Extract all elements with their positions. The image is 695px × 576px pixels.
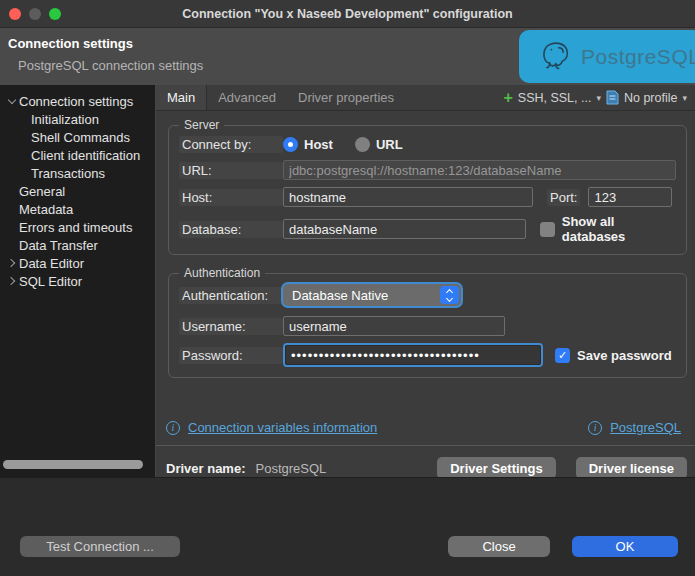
postgresql-elephant-icon [537,37,573,77]
authentication-selected-value: Database Native [292,288,388,303]
port-input[interactable] [588,187,672,207]
tab-bar: Main Advanced Driver properties + SSH, S… [156,85,695,111]
password-label: Password: [179,347,283,364]
driver-name-value: PostgreSQL [255,461,326,476]
page-subtitle: PostgreSQL connection settings [18,58,203,73]
sidebar-item-metadata[interactable]: Metadata [0,200,155,218]
password-focus-ring [283,343,543,367]
main-panel: Main Advanced Driver properties + SSH, S… [156,85,695,477]
select-stepper-icon [440,286,459,304]
sidebar-horizontal-scrollbar[interactable] [3,460,143,469]
chevron-right-icon[interactable] [5,260,19,266]
sidebar-item-data-editor[interactable]: Data Editor [0,254,155,272]
chevron-down-icon[interactable]: ▾ [596,93,601,103]
sidebar-item-client-identification[interactable]: Client identification [0,146,155,164]
close-button[interactable]: Close [448,536,550,557]
password-input[interactable] [285,345,541,365]
sidebar-item-shell-commands[interactable]: Shell Commands [0,128,155,146]
profile-document-icon[interactable] [606,90,619,105]
authentication-label: Authentication: [179,287,283,304]
driver-license-button[interactable]: Driver license [576,457,687,479]
dialog-footer: Test Connection ... Close OK [0,477,695,576]
sidebar-item-errors-and-timeouts[interactable]: Errors and timeouts [0,218,155,236]
sidebar-item-initialization[interactable]: Initialization [0,110,155,128]
sidebar-item-general[interactable]: General [0,182,155,200]
url-radio-label: URL [376,137,403,152]
close-window-button[interactable] [9,8,21,20]
info-icon: i [588,421,602,435]
connect-by-label: Connect by: [179,136,283,153]
test-connection-button[interactable]: Test Connection ... [20,536,180,557]
database-input[interactable] [283,219,526,239]
title-bar[interactable]: Connection "You x Naseeb Development" co… [0,0,695,28]
driver-settings-button[interactable]: Driver Settings [437,457,555,479]
host-input[interactable] [283,187,533,207]
postgresql-logo-text: PostgreSQL [581,45,695,69]
postgresql-driver-link[interactable]: PostgreSQL [610,420,681,435]
sidebar-item-connection-settings[interactable]: Connection settings [0,92,155,110]
driver-row: Driver name: PostgreSQL Driver Settings … [166,457,687,479]
dialog-header: Connection settings PostgreSQL connectio… [0,28,695,85]
url-label: URL: [179,162,283,179]
host-radio-label: Host [304,137,333,152]
links-row: i Connection variables information i Pos… [166,420,685,435]
postgresql-logo-badge: PostgreSQL [519,30,695,83]
info-icon: i [166,421,180,435]
connect-by-url-radio[interactable] [355,137,370,152]
tab-advanced[interactable]: Advanced [207,85,287,110]
tab-main[interactable]: Main [156,85,207,110]
minimize-window-button[interactable] [29,8,41,20]
database-label: Database: [179,221,283,238]
ssh-ssl-dropdown[interactable]: SSH, SSL, ... [518,91,592,105]
chevron-down-icon[interactable]: ▾ [682,93,687,103]
connect-by-host-radio[interactable] [283,137,298,152]
authentication-group-label: Authentication [179,266,265,280]
driver-name-label: Driver name: [166,461,245,476]
profile-dropdown[interactable]: No profile [624,91,678,105]
connection-config-dialog: Connection "You x Naseeb Development" co… [0,0,695,576]
sidebar-item-data-transfer[interactable]: Data Transfer [0,236,155,254]
tab-driver-properties[interactable]: Driver properties [287,85,405,110]
settings-tree-sidebar: Connection settings Initialization Shell… [0,85,156,477]
url-input[interactable] [283,160,676,180]
show-all-databases-label: Show all databases [562,214,678,244]
show-all-databases-checkbox[interactable] [540,222,555,237]
window-title: Connection "You x Naseeb Development" co… [0,7,695,21]
chevron-down-icon[interactable] [5,100,19,103]
page-title: Connection settings [8,36,133,51]
port-label: Port: [547,189,580,206]
ok-button[interactable]: OK [572,536,678,557]
host-label: Host: [179,189,283,206]
server-group-label: Server [179,118,224,132]
sidebar-item-transactions[interactable]: Transactions [0,164,155,182]
add-network-handler-icon[interactable]: + [503,90,512,106]
driver-divider [156,445,695,446]
username-label: Username: [179,318,283,335]
connection-variables-link[interactable]: Connection variables information [188,420,377,435]
authentication-group: Authentication Authentication: Database … [168,273,687,378]
sidebar-item-sql-editor[interactable]: SQL Editor [0,272,155,290]
zoom-window-button[interactable] [49,8,61,20]
chevron-right-icon[interactable] [5,278,19,284]
authentication-select[interactable]: Database Native [283,284,461,306]
save-password-checkbox[interactable]: ✓ [555,348,570,363]
server-group: Server Connect by: Host URL URL: Host: P… [168,125,687,255]
username-input[interactable] [283,316,505,336]
save-password-label: Save password [577,348,672,363]
